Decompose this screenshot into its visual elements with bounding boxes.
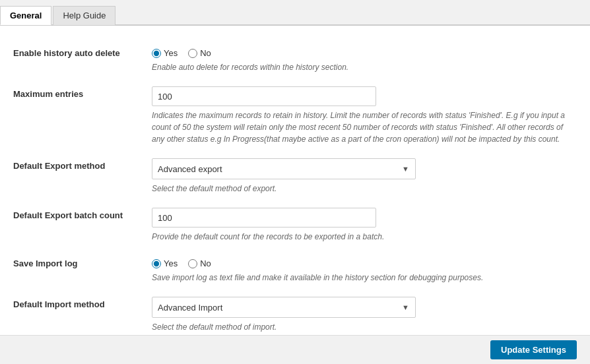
- save-import-log-label: Save Import log: [13, 258, 78, 268]
- save-import-log-no-radio[interactable]: [188, 259, 197, 268]
- default-export-method-label: Default Export method: [13, 161, 105, 171]
- history-auto-delete-yes-radio[interactable]: [152, 49, 161, 58]
- row-maximum-entries: Maximum entries Indicates the maximum re…: [13, 80, 577, 152]
- update-settings-button[interactable]: Update Settings: [490, 340, 577, 359]
- save-import-log-help: Save import log as text file and make it…: [152, 272, 577, 284]
- history-auto-delete-no-text: No: [200, 48, 211, 58]
- footer-bar: Update Settings: [0, 335, 590, 364]
- maximum-entries-input[interactable]: [152, 86, 376, 106]
- default-import-method-help: Select the default method of import.: [152, 321, 577, 333]
- history-auto-delete-no-radio[interactable]: [188, 49, 197, 58]
- row-default-export-method: Default Export method Advanced export Si…: [13, 152, 577, 201]
- tabs-bar: General Help Guide: [0, 0, 590, 25]
- default-export-method-select-wrapper: Advanced export Simple export ▼: [152, 158, 416, 179]
- history-auto-delete-help: Enable auto delete for records within th…: [152, 61, 577, 73]
- content-area: Enable history auto delete Yes No: [0, 25, 590, 364]
- save-import-log-no-text: No: [200, 258, 211, 268]
- save-import-log-yes-text: Yes: [164, 258, 178, 268]
- save-import-log-yes-radio[interactable]: [152, 259, 161, 268]
- page-wrapper: General Help Guide Enable history auto d…: [0, 0, 590, 364]
- save-import-log-radio-group: Yes No: [152, 256, 577, 268]
- settings-form: Enable history auto delete Yes No: [13, 39, 577, 364]
- history-auto-delete-yes-text: Yes: [164, 48, 178, 58]
- maximum-entries-label: Maximum entries: [13, 89, 83, 99]
- default-export-batch-count-label: Default Export batch count: [13, 210, 123, 220]
- default-export-batch-count-help: Provide the default count for the record…: [152, 231, 577, 243]
- row-default-import-method: Default Import method Advanced Import Si…: [13, 290, 577, 340]
- history-auto-delete-yes-label[interactable]: Yes: [152, 48, 178, 58]
- default-export-method-select[interactable]: Advanced export Simple export: [152, 158, 416, 179]
- row-default-export-batch-count: Default Export batch count Provide the d…: [13, 201, 577, 249]
- maximum-entries-help: Indicates the maximum records to retain …: [152, 109, 577, 145]
- save-import-log-no-label[interactable]: No: [188, 258, 211, 268]
- history-auto-delete-radio-group: Yes No: [152, 46, 577, 58]
- default-import-method-select[interactable]: Advanced Import Simple import: [152, 297, 416, 318]
- tab-help-guide[interactable]: Help Guide: [53, 6, 115, 25]
- tab-general[interactable]: General: [0, 6, 51, 25]
- default-export-method-help: Select the default method of export.: [152, 183, 577, 195]
- row-history-auto-delete: Enable history auto delete Yes No: [13, 39, 577, 80]
- default-import-method-label: Default Import method: [13, 299, 105, 309]
- history-auto-delete-no-label[interactable]: No: [188, 48, 211, 58]
- save-import-log-yes-label[interactable]: Yes: [152, 258, 178, 268]
- default-import-method-select-wrapper: Advanced Import Simple import ▼: [152, 297, 416, 318]
- default-export-batch-count-input[interactable]: [152, 208, 376, 228]
- history-auto-delete-label: Enable history auto delete: [13, 48, 120, 58]
- row-save-import-log: Save Import log Yes No: [13, 249, 577, 290]
